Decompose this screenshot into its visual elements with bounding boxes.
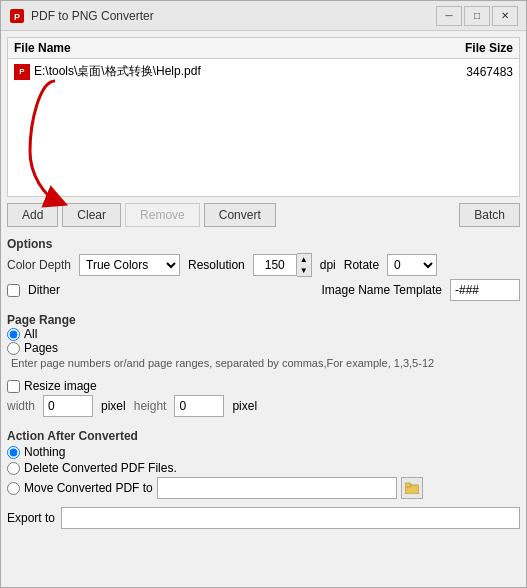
rotate-select[interactable]: 0 90 180 270: [387, 254, 437, 276]
add-button[interactable]: Add: [7, 203, 58, 227]
page-range-label: Page Range: [7, 313, 520, 327]
all-radio[interactable]: [7, 328, 20, 341]
action-section: Action After Converted Nothing Delete Co…: [7, 425, 520, 499]
resolution-spinner: 150 ▲ ▼: [253, 253, 312, 277]
rotate-label: Rotate: [344, 258, 379, 272]
pages-radio[interactable]: [7, 342, 20, 355]
svg-text:P: P: [14, 12, 20, 22]
options-section: Options Color Depth True Colors 256 Colo…: [7, 233, 520, 301]
pixel-label-1: pixel: [101, 399, 126, 413]
dpi-label: dpi: [320, 258, 336, 272]
width-input[interactable]: 0: [43, 395, 93, 417]
minimize-button[interactable]: ─: [436, 6, 462, 26]
page-range-hint: Enter page numbers or/and page ranges, s…: [11, 357, 520, 369]
move-path-input[interactable]: [157, 477, 397, 499]
main-window: P PDF to PNG Converter ─ □ ✕ File Name F…: [0, 0, 527, 588]
all-pages-row: All: [7, 327, 520, 341]
image-name-input[interactable]: -###: [450, 279, 520, 301]
file-table-header: File Name File Size: [8, 38, 519, 59]
maximize-button[interactable]: □: [464, 6, 490, 26]
close-button[interactable]: ✕: [492, 6, 518, 26]
height-input[interactable]: 0: [174, 395, 224, 417]
action-label: Action After Converted: [7, 429, 520, 443]
options-row-1: Color Depth True Colors 256 Colors 16 Co…: [7, 253, 520, 277]
col-name-header: File Name: [14, 41, 433, 55]
window-title: PDF to PNG Converter: [31, 9, 436, 23]
col-size-header: File Size: [433, 41, 513, 55]
export-row: Export to: [7, 507, 520, 529]
all-label: All: [24, 327, 37, 341]
resize-checkbox-row: Resize image: [7, 379, 520, 393]
pages-label: Pages: [24, 341, 58, 355]
file-table: File Name File Size P E:\tools\桌面\格式转换\H…: [7, 37, 520, 197]
svg-rect-4: [405, 483, 411, 487]
resolution-input[interactable]: 150: [253, 254, 297, 276]
color-depth-select[interactable]: True Colors 256 Colors 16 Colors Graysca…: [79, 254, 180, 276]
color-depth-label: Color Depth: [7, 258, 71, 272]
move-row: Move Converted PDF to: [7, 477, 520, 499]
file-name-cell: P E:\tools\桌面\格式转换\Help.pdf: [14, 63, 433, 80]
batch-button[interactable]: Batch: [459, 203, 520, 227]
remove-button[interactable]: Remove: [125, 203, 200, 227]
table-row[interactable]: P E:\tools\桌面\格式转换\Help.pdf 3467483: [8, 59, 519, 84]
resolution-spinner-buttons: ▲ ▼: [297, 253, 312, 277]
delete-row: Delete Converted PDF Files.: [7, 461, 520, 475]
dither-checkbox[interactable]: [7, 284, 20, 297]
delete-label: Delete Converted PDF Files.: [24, 461, 177, 475]
resolution-label: Resolution: [188, 258, 245, 272]
title-bar: P PDF to PNG Converter ─ □ ✕: [1, 1, 526, 31]
nothing-row: Nothing: [7, 445, 520, 459]
app-icon: P: [9, 8, 25, 24]
file-size-cell: 3467483: [433, 65, 513, 79]
pdf-icon: P: [14, 64, 30, 80]
resolution-down[interactable]: ▼: [297, 265, 311, 276]
nothing-label: Nothing: [24, 445, 65, 459]
resize-label: Resize image: [24, 379, 97, 393]
options-label: Options: [7, 237, 520, 251]
options-row-2: Dither Image Name Template -###: [7, 279, 520, 301]
resize-checkbox[interactable]: [7, 380, 20, 393]
delete-radio[interactable]: [7, 462, 20, 475]
pixel-label-2: pixel: [232, 399, 257, 413]
image-name-label: Image Name Template: [321, 283, 442, 297]
move-radio[interactable]: [7, 482, 20, 495]
height-label: height: [134, 399, 167, 413]
toolbar-wrapper: Add Clear Remove Convert Batch: [7, 201, 520, 229]
dither-label: Dither: [28, 283, 60, 297]
resize-dims-row: width 0 pixel height 0 pixel: [7, 395, 520, 417]
page-range-section: Page Range All Pages Enter page numbers …: [7, 309, 520, 369]
width-label: width: [7, 399, 35, 413]
toolbar: Add Clear Remove Convert Batch: [7, 201, 520, 229]
move-label: Move Converted PDF to: [24, 481, 153, 495]
action-options: Nothing Delete Converted PDF Files. Move…: [7, 445, 520, 499]
browse-move-button[interactable]: [401, 477, 423, 499]
content-area: File Name File Size P E:\tools\桌面\格式转换\H…: [1, 31, 526, 587]
resize-section: Resize image width 0 pixel height 0 pixe…: [7, 377, 520, 417]
convert-button[interactable]: Convert: [204, 203, 276, 227]
clear-button[interactable]: Clear: [62, 203, 121, 227]
resolution-up[interactable]: ▲: [297, 254, 311, 265]
window-controls: ─ □ ✕: [436, 6, 518, 26]
nothing-radio[interactable]: [7, 446, 20, 459]
export-label: Export to: [7, 511, 55, 525]
file-path: E:\tools\桌面\格式转换\Help.pdf: [34, 63, 201, 80]
pages-row: Pages: [7, 341, 520, 355]
export-input[interactable]: [61, 507, 520, 529]
